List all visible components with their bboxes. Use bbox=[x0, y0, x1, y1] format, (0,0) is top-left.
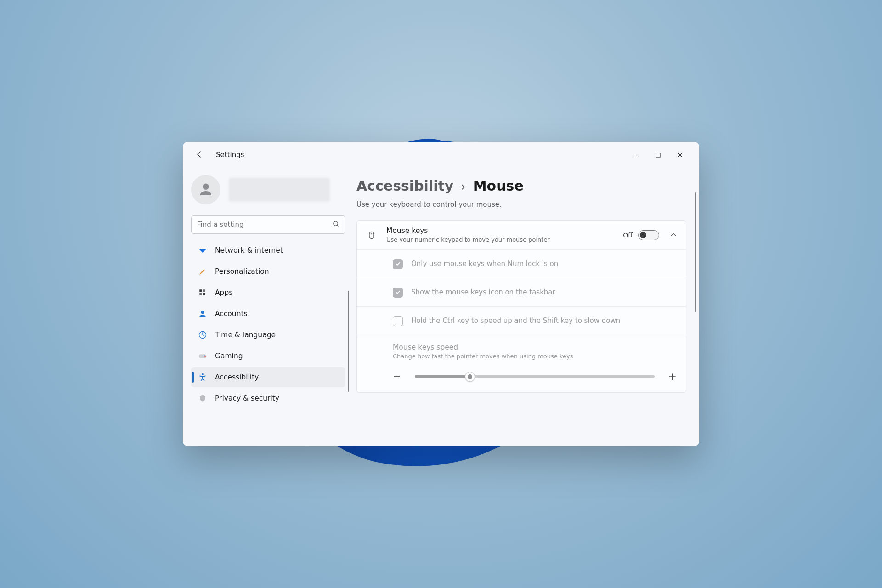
option-ctrlshift-row[interactable]: Hold the Ctrl key to speed up and the Sh… bbox=[357, 306, 686, 335]
account-block[interactable] bbox=[191, 175, 345, 204]
titlebar: Settings bbox=[183, 142, 699, 168]
accessibility-icon bbox=[198, 372, 208, 382]
speed-header-row: Mouse keys speed Change how fast the poi… bbox=[357, 335, 686, 363]
main-content: Accessibility › Mouse Use your keyboard … bbox=[354, 168, 699, 446]
speed-slider-row: − + bbox=[357, 363, 686, 392]
sidebar-item-label: Privacy & security bbox=[215, 394, 279, 402]
svg-point-6 bbox=[201, 311, 204, 314]
speed-slider[interactable] bbox=[415, 375, 654, 378]
search-icon bbox=[333, 220, 339, 229]
minimize-button[interactable] bbox=[625, 146, 647, 164]
back-button[interactable] bbox=[191, 147, 208, 163]
sidebar: Network & internet Personalization Apps … bbox=[183, 168, 354, 446]
svg-rect-5 bbox=[203, 293, 205, 295]
plus-icon[interactable]: + bbox=[668, 371, 677, 382]
avatar bbox=[191, 175, 220, 204]
sidebar-item-accounts[interactable]: Accounts bbox=[191, 304, 345, 324]
main-scrollbar[interactable] bbox=[695, 192, 696, 312]
sidebar-item-label: Time & language bbox=[215, 331, 276, 339]
sidebar-item-label: Gaming bbox=[215, 352, 243, 360]
speed-desc: Change how fast the pointer moves when u… bbox=[393, 353, 573, 360]
option-taskbar-row[interactable]: Show the mouse keys icon on the taskbar bbox=[357, 278, 686, 306]
close-button[interactable] bbox=[669, 146, 691, 164]
page-subtitle: Use your keyboard to control your mouse. bbox=[356, 200, 686, 209]
sidebar-item-personalization[interactable]: Personalization bbox=[191, 261, 345, 282]
settings-window: Settings N bbox=[183, 142, 699, 446]
breadcrumb: Accessibility › Mouse bbox=[356, 178, 686, 194]
mouse-keys-desc: Use your numeric keypad to move your mou… bbox=[386, 236, 623, 244]
svg-rect-12 bbox=[369, 232, 374, 239]
sidebar-item-time-language[interactable]: Time & language bbox=[191, 325, 345, 345]
svg-rect-2 bbox=[199, 289, 202, 292]
slider-thumb[interactable] bbox=[465, 372, 475, 382]
search-box[interactable] bbox=[191, 215, 345, 234]
option-numlock-label: Only use mouse keys when Num lock is on bbox=[411, 253, 564, 275]
checkbox-taskbar[interactable] bbox=[393, 288, 403, 298]
gamepad-icon bbox=[198, 351, 208, 361]
sidebar-item-label: Network & internet bbox=[215, 246, 283, 254]
chevron-up-icon[interactable] bbox=[670, 231, 677, 240]
app-title: Settings bbox=[216, 151, 244, 159]
person-icon bbox=[198, 309, 208, 319]
maximize-button[interactable] bbox=[647, 146, 669, 164]
svg-rect-0 bbox=[656, 153, 660, 157]
svg-rect-8 bbox=[199, 354, 207, 358]
option-taskbar-label: Show the mouse keys icon on the taskbar bbox=[411, 281, 561, 304]
sidebar-item-gaming[interactable]: Gaming bbox=[191, 346, 345, 366]
mouse-icon bbox=[366, 229, 377, 241]
sidebar-item-label: Accounts bbox=[215, 310, 248, 318]
apps-icon bbox=[198, 288, 208, 298]
minus-icon[interactable]: − bbox=[393, 371, 401, 382]
svg-point-1 bbox=[334, 221, 338, 225]
sidebar-item-network[interactable]: Network & internet bbox=[191, 240, 345, 260]
breadcrumb-parent[interactable]: Accessibility bbox=[356, 178, 453, 194]
svg-point-10 bbox=[204, 356, 205, 357]
breadcrumb-separator: › bbox=[461, 180, 465, 193]
selection-indicator bbox=[192, 372, 194, 383]
account-name-redacted bbox=[229, 178, 330, 202]
mouse-keys-title: Mouse keys bbox=[386, 226, 623, 235]
mouse-keys-row[interactable]: Mouse keys Use your numeric keypad to mo… bbox=[357, 221, 686, 249]
toggle-state-label: Off bbox=[623, 232, 633, 239]
sidebar-item-label: Personalization bbox=[215, 267, 269, 276]
sidebar-item-privacy[interactable]: Privacy & security bbox=[191, 388, 345, 408]
clock-globe-icon bbox=[198, 330, 208, 340]
speed-title: Mouse keys speed bbox=[393, 343, 458, 351]
nav-list: Network & internet Personalization Apps … bbox=[191, 240, 345, 408]
paintbrush-icon bbox=[198, 266, 208, 277]
sidebar-item-label: Accessibility bbox=[215, 373, 259, 381]
sidebar-item-apps[interactable]: Apps bbox=[191, 283, 345, 303]
option-ctrlshift-label: Hold the Ctrl key to speed up and the Sh… bbox=[411, 310, 626, 332]
shield-icon bbox=[198, 393, 208, 403]
network-icon bbox=[198, 245, 208, 255]
checkbox-numlock[interactable] bbox=[393, 259, 403, 269]
mouse-keys-toggle[interactable] bbox=[638, 230, 659, 240]
svg-rect-4 bbox=[199, 293, 202, 295]
mouse-keys-card: Mouse keys Use your numeric keypad to mo… bbox=[356, 220, 686, 393]
sidebar-scrollbar[interactable] bbox=[348, 291, 349, 392]
breadcrumb-current: Mouse bbox=[473, 178, 524, 194]
checkbox-ctrlshift[interactable] bbox=[393, 316, 403, 326]
sidebar-item-accessibility[interactable]: Accessibility bbox=[191, 367, 345, 387]
option-numlock-row[interactable]: Only use mouse keys when Num lock is on bbox=[357, 249, 686, 278]
svg-point-11 bbox=[202, 373, 204, 375]
svg-rect-3 bbox=[203, 289, 205, 292]
svg-point-9 bbox=[204, 355, 204, 356]
search-input[interactable] bbox=[197, 220, 333, 229]
sidebar-item-label: Apps bbox=[215, 288, 232, 297]
